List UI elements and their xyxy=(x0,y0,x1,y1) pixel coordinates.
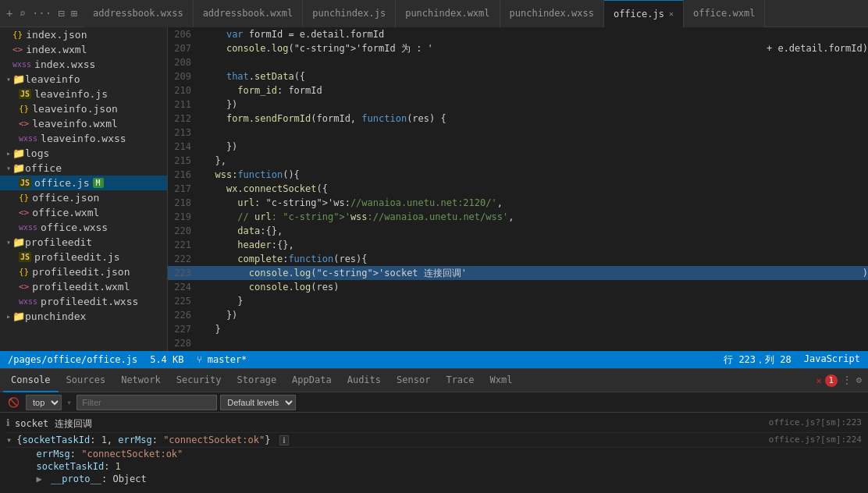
sidebar-item-index-wxss[interactable]: wxssindex.wxss xyxy=(0,57,167,72)
line-content[interactable]: } xyxy=(201,294,868,308)
devtools-tab-network[interactable]: Network xyxy=(113,369,169,392)
sidebar-label-leaveinfo-folder: leaveinfo xyxy=(25,73,80,85)
line-content[interactable]: console.log(res) xyxy=(201,280,868,294)
code-line-222: 222 complete:function(res){ xyxy=(168,252,868,266)
line-content[interactable]: form_id: formId xyxy=(201,83,868,98)
line-number: 214 xyxy=(168,140,201,154)
sidebar-item-office-folder[interactable]: ▾📁office xyxy=(0,161,167,176)
sidebar-item-logs-folder[interactable]: ▸📁logs xyxy=(0,146,167,161)
line-content[interactable]: wss:function(){ xyxy=(201,168,868,182)
cursor-position: 行 223，列 28 xyxy=(724,353,792,367)
devtools-panel: ConsoleSourcesNetworkSecurityStorageAppD… xyxy=(0,368,868,493)
devtools-toolbar: 🚫 top ▾ Default levels xyxy=(0,392,868,413)
line-content[interactable]: } xyxy=(201,322,868,336)
tab-label: punchindex.wxml xyxy=(405,8,489,19)
folder-icon-profileedit-folder: 📁 xyxy=(12,236,25,248)
sidebar-item-office-json[interactable]: {}office.json xyxy=(0,190,167,205)
sidebar-item-office-wxml[interactable]: <>office.wxml xyxy=(0,205,167,220)
line-content[interactable] xyxy=(201,55,868,69)
devtools-tab-console[interactable]: Console xyxy=(3,369,59,392)
add-icon[interactable]: + xyxy=(6,7,12,20)
context-selector[interactable]: top xyxy=(26,395,62,410)
line-content[interactable]: var formId = e.detail.formId xyxy=(201,27,868,41)
console-expand-icon[interactable]: ▾ xyxy=(6,434,12,445)
line-content[interactable]: data:{}, xyxy=(201,224,868,238)
sidebar-item-leaveinfo-folder[interactable]: ▾📁leaveinfo xyxy=(0,72,167,87)
line-content[interactable]: console.log("c-string">'formId 为 : ' xyxy=(201,41,767,55)
devtools-tab-wxml[interactable]: Wxml xyxy=(482,369,521,392)
devtools-tab-trace[interactable]: Trace xyxy=(438,369,482,392)
console-source-1[interactable]: office.js?[sm]:223 xyxy=(769,417,862,427)
devtools-tab-storage[interactable]: Storage xyxy=(229,369,285,392)
line-content[interactable]: // url: "c-string">'wss://wanaioa.unetu.… xyxy=(201,210,868,224)
clear-console-button[interactable]: 🚫 xyxy=(5,395,23,410)
line-content[interactable]: url: "c-string">'ws://wanaioa.unetu.net:… xyxy=(201,196,868,210)
line-content[interactable]: that.setData({ xyxy=(201,69,868,83)
code-line-219: 219 // url: "c-string">'wss://wanaioa.un… xyxy=(168,210,868,224)
console-text-2: {socketTaskId: 1, errMsg: "connectSocket… xyxy=(16,434,769,445)
line-number: 223 xyxy=(168,266,201,280)
line-content[interactable]: }) xyxy=(201,308,868,322)
line-content[interactable]: }) xyxy=(201,140,868,154)
sidebar-item-index-json[interactable]: {}index.json xyxy=(0,27,167,42)
sidebar-item-profileedit-json[interactable]: {}profileedit.json xyxy=(0,264,167,279)
devtools-tab-security[interactable]: Security xyxy=(169,369,229,392)
devtools-settings-icon[interactable]: ⚙ xyxy=(856,374,862,387)
sidebar-item-profileedit-folder[interactable]: ▾📁profileedit xyxy=(0,235,167,250)
line-number: 206 xyxy=(168,27,201,41)
sidebar-item-index-wxml[interactable]: <>index.wxml xyxy=(0,42,167,57)
sidebar-item-punchindex-folder[interactable]: ▸📁punchindex xyxy=(0,309,167,324)
tab-punchindex-wxml[interactable]: punchindex.wxml xyxy=(396,0,500,27)
line-content[interactable]: wx.connectSocket({ xyxy=(201,182,868,196)
sidebar-item-profileedit-wxss[interactable]: wxssprofileedit.wxss xyxy=(0,294,167,309)
devtools-tab-sensor[interactable]: Sensor xyxy=(389,369,438,392)
filter-input[interactable] xyxy=(76,395,217,410)
console-line-2: ▾ {socketTaskId: 1, errMsg: "connectSock… xyxy=(6,433,862,448)
error-badge: ✕ 1 xyxy=(816,374,838,387)
code-area[interactable]: 206 var formId = e.detail.formId207 cons… xyxy=(168,27,868,351)
line-content[interactable] xyxy=(201,336,868,350)
sidebar-item-leaveinfo-json[interactable]: {}leaveinfo.json xyxy=(0,101,167,116)
tab-addressbook-wxml[interactable]: addressbook.wxml xyxy=(194,0,304,27)
devtools-tab-audits[interactable]: Audits xyxy=(340,369,389,392)
tab-addressbook-wxss[interactable]: addressbook.wxss xyxy=(84,0,194,27)
devtools-tab-appdata[interactable]: AppData xyxy=(284,369,340,392)
devtools-more-icon[interactable]: ⋮ xyxy=(842,374,852,387)
line-content[interactable]: console.log("c-string">'socket 连接回调' xyxy=(201,266,863,280)
sidebar-item-profileedit-js[interactable]: JSprofileedit.js xyxy=(0,250,167,264)
line-number: 226 xyxy=(168,308,201,322)
proto-expand-icon[interactable]: ▶ xyxy=(36,473,41,484)
sidebar-item-leaveinfo-js[interactable]: JSleaveinfo.js xyxy=(0,87,167,101)
folder-icon-leaveinfo-folder: 📁 xyxy=(12,73,25,85)
devtools-tab-sources[interactable]: Sources xyxy=(59,369,114,392)
sidebar-label-index-wxss: index.wxss xyxy=(34,59,95,70)
line-content[interactable]: header:{}, xyxy=(201,238,868,252)
line-number: 220 xyxy=(168,224,201,238)
code-line-208: 208 xyxy=(168,55,868,69)
line-content[interactable] xyxy=(201,126,868,140)
sidebar-item-leaveinfo-wxss[interactable]: wxssleaveinfo.wxss xyxy=(0,131,167,146)
tab-office-wxml[interactable]: office.wxml xyxy=(684,0,765,27)
console-source-2[interactable]: office.js?[sm]:224 xyxy=(769,434,862,445)
line-content[interactable]: complete:function(res){ xyxy=(201,252,868,266)
line-content[interactable]: form.sendFormId(formId, function(res) { xyxy=(201,112,868,126)
line-number: 219 xyxy=(168,210,201,224)
sidebar-item-leaveinfo-wxml[interactable]: <>leaveinfo.wxml xyxy=(0,116,167,131)
tab-office-js[interactable]: office.js✕ xyxy=(604,0,684,27)
more-icon[interactable]: ··· xyxy=(32,7,52,20)
file-size: 5.4 KB xyxy=(150,354,183,365)
tab-punchindex-js[interactable]: punchindex.js xyxy=(303,0,396,27)
levels-dropdown[interactable]: Default levels xyxy=(220,395,296,410)
sidebar-item-office-js[interactable]: JSoffice.jsM xyxy=(0,176,167,190)
line-number: 221 xyxy=(168,238,201,252)
tab-close-office-js[interactable]: ✕ xyxy=(669,9,674,18)
sidebar-item-profileedit-wxml[interactable]: <>profileedit.wxml xyxy=(0,279,167,294)
line-content[interactable]: }, xyxy=(201,154,868,168)
search-icon[interactable]: ⌕ xyxy=(19,7,25,20)
line-content[interactable]: }) xyxy=(201,98,868,112)
code-line-217: 217 wx.connectSocket({ xyxy=(168,182,868,196)
sidebar-item-office-wxss[interactable]: wxssoffice.wxss xyxy=(0,220,167,235)
tab-punchindex-wxss[interactable]: punchindex.wxss xyxy=(500,0,604,27)
layout-icon[interactable]: ⊞ xyxy=(71,7,77,20)
split-icon[interactable]: ⊟ xyxy=(58,7,64,20)
